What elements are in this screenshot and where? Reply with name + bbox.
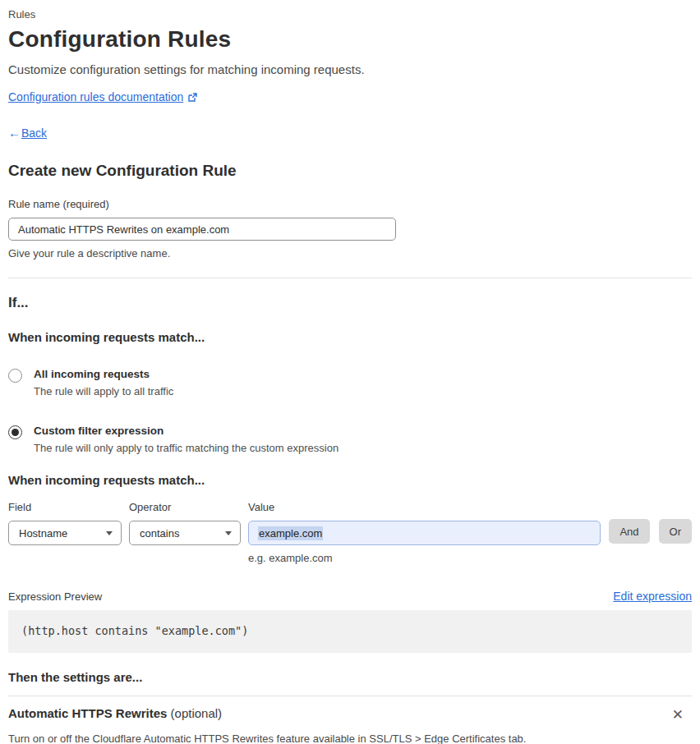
- field-select[interactable]: Hostname: [8, 521, 122, 545]
- radio-button[interactable]: [8, 369, 22, 383]
- chevron-down-icon: [225, 531, 232, 535]
- value-input[interactable]: example.com: [248, 521, 601, 545]
- field-select-value: Hostname: [19, 527, 67, 540]
- value-helper: e.g. example.com: [248, 552, 601, 564]
- back-arrow-icon: ←: [8, 126, 21, 140]
- rule-name-helper: Give your rule a descriptive name.: [8, 247, 692, 259]
- chevron-down-icon: [106, 531, 113, 535]
- configuration-rules-page: Rules Configuration Rules Customize conf…: [0, 0, 700, 744]
- value-input-text: example.com: [258, 526, 323, 540]
- and-button[interactable]: And: [609, 519, 649, 544]
- page-subtitle: Customize configuration settings for mat…: [8, 62, 692, 76]
- or-button[interactable]: Or: [659, 519, 692, 544]
- radio-option-description: The rule will apply to all traffic: [34, 385, 173, 397]
- page-title: Configuration Rules: [8, 26, 692, 53]
- expression-preview-code: (http.host contains "example.com"): [8, 610, 692, 653]
- setting-description: Turn on or off the Cloudflare Automatic …: [8, 733, 692, 744]
- radio-button[interactable]: [8, 425, 22, 439]
- external-link-icon: [187, 92, 198, 103]
- operator-label: Operator: [129, 501, 241, 513]
- documentation-link[interactable]: Configuration rules documentation: [8, 90, 183, 103]
- expression-builder-heading: When incoming requests match...: [8, 473, 692, 487]
- setting-title: Automatic HTTPS Rewrites (optional): [8, 706, 222, 720]
- operator-select-value: contains: [140, 527, 179, 540]
- edit-expression-link[interactable]: Edit expression: [613, 590, 692, 603]
- setting-name: Automatic HTTPS Rewrites: [8, 706, 167, 720]
- radio-option-label: All incoming requests: [34, 368, 173, 380]
- back-link[interactable]: ← Back: [8, 126, 692, 140]
- field-label: Field: [8, 501, 122, 513]
- rule-name-input[interactable]: [8, 218, 396, 241]
- section-divider: [8, 696, 692, 696]
- rule-name-label: Rule name (required): [8, 198, 692, 210]
- close-icon[interactable]: ✕: [669, 706, 687, 723]
- match-heading: When incoming requests match...: [8, 330, 692, 344]
- if-section-title: If...: [8, 295, 692, 311]
- breadcrumb[interactable]: Rules: [8, 8, 692, 21]
- then-section-heading: Then the settings are...: [8, 670, 692, 684]
- expression-preview-label: Expression Preview: [8, 590, 102, 603]
- back-link-label[interactable]: Back: [21, 126, 47, 140]
- section-divider: [8, 278, 692, 278]
- radio-option-all-requests[interactable]: All incoming requests The rule will appl…: [8, 368, 692, 397]
- value-label: Value: [248, 501, 601, 513]
- create-rule-title: Create new Configuration Rule: [8, 162, 692, 180]
- setting-optional-tag: (optional): [171, 706, 223, 720]
- expression-builder-row: Field Hostname Operator contains Value e…: [8, 501, 692, 564]
- operator-select[interactable]: contains: [129, 521, 241, 545]
- radio-option-description: The rule will only apply to traffic matc…: [34, 442, 338, 454]
- radio-option-custom-filter[interactable]: Custom filter expression The rule will o…: [8, 425, 692, 454]
- radio-option-label: Custom filter expression: [34, 425, 338, 437]
